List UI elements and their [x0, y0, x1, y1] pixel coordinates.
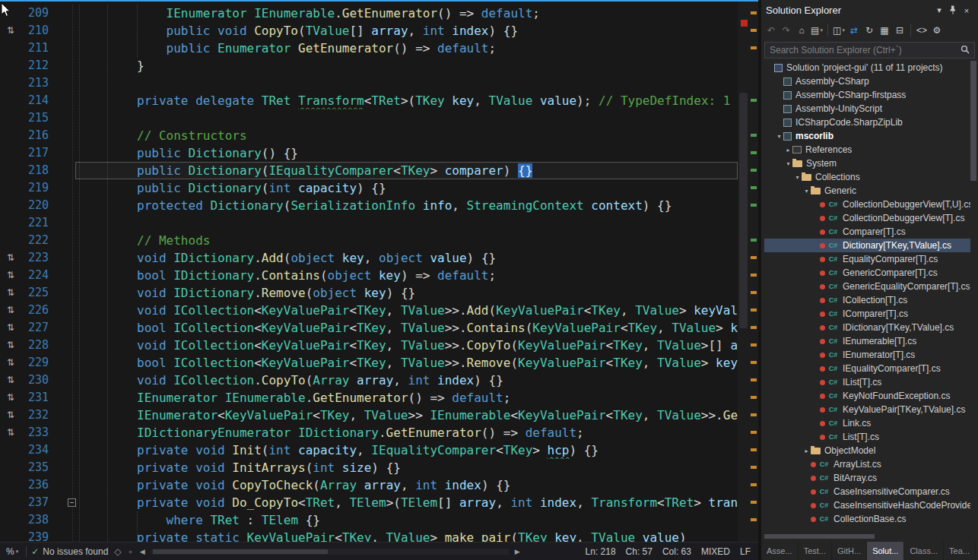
tree-item-dictionary-tkey-tvalue-cs[interactable]: C#Dictionary[TKey,TValue].cs — [764, 239, 970, 252]
tree-item-genericequalitycomparer-t-cs[interactable]: C#GenericEqualityComparer[T].cs — [764, 280, 970, 293]
tree-item-solution-project-gui-11-of-11-projects[interactable]: Solution 'project-gui' (11 of 11 project… — [764, 61, 970, 74]
interface-impl-icon[interactable]: ⇅ — [0, 284, 21, 302]
search-icon[interactable] — [961, 43, 970, 57]
code-line-214[interactable]: 214 private delegate TRet Transform<TRet… — [0, 92, 738, 109]
interface-impl-icon[interactable]: ⇅ — [0, 267, 21, 284]
document-health-indicator[interactable]: ✓ No issues found — [31, 546, 108, 557]
interface-impl-icon[interactable]: ⇅ — [0, 302, 21, 319]
code-line-238[interactable]: 238 where TRet : TElem {} — [0, 511, 738, 529]
tree-item-equalitycomparer-t-cs[interactable]: C#EqualityComparer[T].cs — [764, 252, 970, 266]
interface-impl-icon[interactable]: ⇅ — [0, 319, 21, 337]
code-line-230[interactable]: ⇅230 void ICollection.CopyTo(Array array… — [0, 372, 738, 389]
code-line-233[interactable]: ⇅233 IDictionaryEnumerator IDictionary.G… — [0, 424, 738, 441]
tree-item-icollection-t-cs[interactable]: C#ICollection[T].cs — [764, 293, 970, 307]
code-line-216[interactable]: 216 // Constructors — [0, 127, 738, 144]
chevron-expanded-icon[interactable]: ▾ — [802, 188, 811, 195]
interface-impl-icon[interactable]: ⇅ — [0, 372, 21, 389]
scroll-right-icon[interactable]: ▶ — [513, 548, 522, 555]
tree-horizontal-scrollbar[interactable] — [764, 533, 962, 539]
collapse-all-icon[interactable]: ⊟ — [893, 23, 907, 38]
switch-views-icon[interactable]: ▤▾ — [810, 23, 824, 38]
tree-item-bitarray-cs[interactable]: C#BitArray.cs — [764, 471, 970, 485]
panel-tab-tea[interactable]: Tea... — [944, 542, 976, 560]
editor-horizontal-scrollbar[interactable] — [151, 549, 509, 555]
interface-impl-icon[interactable]: ⇅ — [0, 337, 21, 354]
panel-tab-asse[interactable]: Asse... — [761, 542, 799, 560]
scrollbar-thumb[interactable] — [153, 549, 328, 554]
home-icon[interactable]: ⌂ — [795, 23, 808, 38]
refresh-icon[interactable]: ↻ — [862, 23, 876, 38]
tree-item-iequalitycomparer-t-cs[interactable]: C#IEqualityComparer[T].cs — [764, 362, 970, 375]
overview-ruler[interactable] — [749, 0, 758, 542]
sync-with-active-document-icon[interactable]: ⇄ — [847, 23, 861, 38]
chevron-expanded-icon[interactable]: ▾ — [775, 133, 783, 140]
tree-item-collectiondebuggerview-t-u-cs[interactable]: C#CollectionDebuggerView[T,U].cs — [764, 198, 970, 211]
interface-impl-icon[interactable]: ⇅ — [0, 249, 21, 267]
tree-item-generic[interactable]: ▾Generic — [764, 184, 970, 198]
interface-impl-icon[interactable]: ⇅ — [0, 424, 21, 441]
tree-item-mscorlib[interactable]: ▾mscorlib — [764, 129, 970, 143]
code-line-237[interactable]: 237− private void Do_CopyTo<TRet, TElem>… — [0, 494, 738, 511]
tree-item-caseinsensitivecomparer-cs[interactable]: C#CaseInsensitiveComparer.cs — [764, 485, 970, 498]
close-icon[interactable]: × — [960, 6, 973, 15]
properties-icon[interactable]: ⚙ — [930, 23, 944, 38]
code-line-226[interactable]: ⇅226 void ICollection<KeyValuePair<TKey,… — [0, 302, 738, 319]
code-line-228[interactable]: ⇅228 void ICollection<KeyValuePair<TKey,… — [0, 337, 738, 354]
tree-item-icsharpcode-sharpziplib[interactable]: ICSharpCode.SharpZipLib — [764, 115, 970, 129]
code-editor[interactable]: 209 IEnumerator IEnumerable.GetEnumerato… — [0, 0, 758, 542]
chevron-expanded-icon[interactable]: ▾ — [793, 174, 802, 181]
back-icon[interactable]: ↶ — [764, 23, 778, 38]
code-line-222[interactable]: 222 // Methods — [0, 232, 738, 249]
tree-item-keyvaluepair-tkey-tvalue-cs[interactable]: C#KeyValuePair[TKey,TValue].cs — [764, 403, 970, 416]
chevron-collapsed-icon[interactable]: ▸ — [802, 448, 811, 454]
chevron-collapsed-icon[interactable]: ▸ — [784, 147, 792, 153]
code-line-229[interactable]: ⇅229 bool ICollection<KeyValuePair<TKey,… — [0, 354, 738, 372]
code-line-221[interactable]: 221 — [0, 214, 738, 232]
encoding-indicator[interactable]: MIXED — [701, 546, 730, 557]
interface-impl-icon[interactable]: ⇅ — [0, 407, 21, 424]
search-input[interactable] — [770, 45, 957, 55]
tree-item-idictionary-tkey-tvalue-cs[interactable]: C#IDictionary[TKey,TValue].cs — [764, 321, 970, 334]
tree-item-objectmodel[interactable]: ▸ObjectModel — [764, 444, 970, 457]
scrollbar-thumb[interactable] — [739, 93, 748, 328]
tree-item-assembly-unityscript[interactable]: Assembly-UnityScript — [764, 102, 970, 115]
tree-item-genericcomparer-t-cs[interactable]: C#GenericComparer[T].cs — [764, 266, 970, 280]
panel-tab-solut[interactable]: Solut... — [867, 542, 904, 560]
tree-item-assembly-csharp[interactable]: Assembly-CSharp — [764, 74, 970, 88]
code-cleanup-icon[interactable]: ◇ — [113, 546, 122, 557]
pin-icon[interactable] — [946, 5, 960, 16]
scroll-left-icon[interactable]: ◀ — [138, 548, 147, 555]
code-line-232[interactable]: ⇅232 IEnumerator<KeyValuePair<TKey, TVal… — [0, 407, 738, 424]
interface-impl-icon[interactable]: ⇅ — [0, 389, 21, 407]
tree-item-link-cs[interactable]: C#Link.cs — [764, 416, 970, 430]
scrollbar-thumb[interactable] — [970, 61, 976, 181]
tree-item-assembly-csharp-firstpass[interactable]: Assembly-CSharp-firstpass — [764, 88, 970, 102]
code-line-235[interactable]: 235 private void InitArrays(int size) {} — [0, 459, 738, 476]
tree-item-keynotfoundexception-cs[interactable]: C#KeyNotFoundException.cs — [764, 389, 970, 403]
tree-item-caseinsensitivehashcodeprovider-cs[interactable]: C#CaseInsensitiveHashCodeProvider.cs — [764, 498, 970, 512]
code-line-234[interactable]: 234 private void Init(int capacity, IEqu… — [0, 441, 738, 459]
code-line-239[interactable]: 239 private static KeyValuePair<TKey, TV… — [0, 529, 738, 542]
tree-item-comparer-t-cs[interactable]: C#Comparer[T].cs — [764, 225, 970, 239]
view-code-icon[interactable]: <> — [915, 23, 929, 38]
code-line-231[interactable]: ⇅231 IEnumerator IEnumerable.GetEnumerat… — [0, 389, 738, 407]
zoom-control[interactable]: % ▾ — [3, 546, 21, 557]
panel-tab-class[interactable]: Class... — [904, 542, 944, 560]
code-line-209[interactable]: 209 IEnumerator IEnumerable.GetEnumerato… — [0, 5, 738, 22]
pending-changes-filter-icon[interactable]: ◫▾ — [832, 23, 846, 38]
code-line-219[interactable]: 219 public Dictionary(int capacity) {} — [0, 179, 738, 197]
chevron-expanded-icon[interactable]: ▾ — [784, 160, 792, 167]
show-all-files-icon[interactable]: ▦ — [878, 23, 891, 38]
tree-item-system[interactable]: ▾System — [764, 157, 970, 170]
tree-item-collectionbase-cs[interactable]: C#CollectionBase.cs — [764, 512, 970, 526]
code-line-210[interactable]: ⇅210 public void CopyTo(TValue[] array, … — [0, 22, 738, 40]
code-line-212[interactable]: 212 } — [0, 57, 738, 74]
code-line-211[interactable]: 211 public Enumerator GetEnumerator() =>… — [0, 40, 738, 57]
tree-item-arraylist-cs[interactable]: C#ArrayList.cs — [764, 457, 970, 471]
tree-item-ienumerator-t-cs[interactable]: C#IEnumerator[T].cs — [764, 348, 970, 362]
tree-vertical-scrollbar[interactable] — [970, 59, 977, 532]
code-line-227[interactable]: ⇅227 bool ICollection<KeyValuePair<TKey,… — [0, 319, 738, 337]
code-line-223[interactable]: ⇅223 void IDictionary.Add(object key, ob… — [0, 249, 738, 267]
forward-icon[interactable]: ↷ — [780, 23, 793, 38]
fold-collapse-icon[interactable]: − — [68, 498, 76, 507]
